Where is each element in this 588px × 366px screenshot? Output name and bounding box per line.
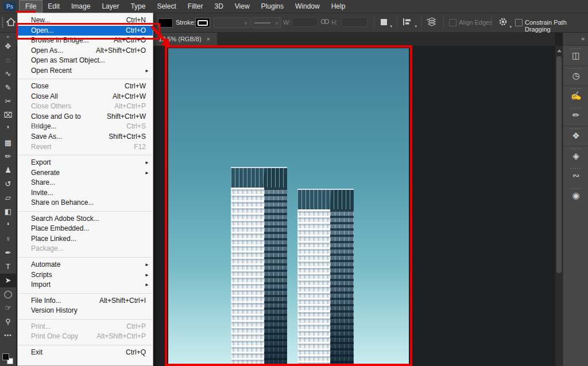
marquee-tool[interactable]: ◌ — [0, 53, 16, 67]
fill-color-swatch[interactable] — [158, 18, 173, 28]
tower-right-glass-top — [297, 189, 354, 209]
eraser-tool[interactable]: ▱ — [0, 191, 16, 205]
channels-panel-button[interactable]: ◉ — [563, 186, 588, 206]
chevron-down-icon: ▾ — [390, 24, 392, 29]
toolbar-tools: ✥◌∿✎✂⌧❜▩✏♟↺▱◧❛♀✒T➤◯☞⚲ — [0, 40, 16, 329]
menubar-item-window[interactable]: Window — [289, 1, 326, 12]
file-menu-item-save-as[interactable]: Save As...Shift+Ctrl+S — [18, 132, 153, 142]
crop-tool[interactable]: ✂ — [0, 95, 16, 108]
menubar-item-layer[interactable]: Layer — [96, 1, 125, 12]
gradient-tool[interactable]: ◧ — [0, 205, 16, 219]
file-menu-item-place-linked[interactable]: Place Linked... — [18, 234, 153, 244]
type-tool[interactable]: T — [0, 260, 16, 274]
submenu-arrow-icon: ► — [145, 168, 149, 178]
hand-tool[interactable]: ☞ — [0, 301, 16, 315]
edit-toolbar-icon[interactable]: ••• — [0, 332, 16, 338]
path-operations-button[interactable]: ▾ — [380, 18, 389, 27]
home-icon[interactable] — [6, 18, 16, 26]
blur-tool[interactable]: ❛ — [0, 219, 16, 232]
menu-item-label: File Info... — [31, 296, 61, 306]
layers-panel-button[interactable]: ◈ — [563, 146, 588, 166]
menubar-item-3d[interactable]: 3D — [208, 1, 229, 12]
dodge-tool[interactable]: ♀ — [0, 232, 16, 246]
swatches-panel-button[interactable]: ❖ — [563, 126, 588, 146]
toolbar-collapse-icon[interactable]: » — [0, 32, 16, 40]
gear-icon[interactable]: ▾ — [498, 17, 509, 28]
width-label: W: — [283, 19, 291, 26]
file-menu-item-automate[interactable]: Automate► — [18, 260, 153, 270]
file-menu-item-open[interactable]: Open...Ctrl+O — [18, 26, 153, 36]
file-menu-item-search-adobe-stock[interactable]: Search Adobe Stock... — [18, 214, 153, 224]
history-brush-tool[interactable]: ↺ — [0, 177, 16, 191]
file-menu-item-open-as-smart-object[interactable]: Open as Smart Object... — [18, 56, 153, 66]
menubar-item-select[interactable]: Select — [151, 1, 181, 12]
stroke-color-swatch[interactable] — [195, 18, 210, 28]
menu-item-label: Open As... — [31, 46, 63, 56]
path-selection-tool[interactable]: ➤ — [0, 274, 16, 287]
constrain-path-dragging-checkbox[interactable] — [515, 19, 523, 26]
frame-tool[interactable]: ⌧ — [0, 108, 16, 122]
menubar-item-filter[interactable]: Filter — [182, 1, 209, 12]
file-menu-item-place-embedded[interactable]: Place Embedded... — [18, 224, 153, 234]
color-swatches[interactable] — [2, 353, 14, 364]
clone-stamp-tool[interactable]: ♟ — [0, 163, 16, 177]
file-menu-item-exit[interactable]: ExitCtrl+Q — [18, 348, 153, 358]
lasso-tool[interactable]: ∿ — [0, 67, 16, 81]
scroll-up-arrow-icon[interactable] — [557, 49, 562, 52]
menu-item-label: Print One Copy — [31, 332, 78, 342]
menu-item-label: Print... — [31, 322, 51, 332]
file-menu-item-generate[interactable]: Generate► — [18, 168, 153, 178]
path-alignment-button[interactable]: ▾ — [403, 18, 414, 27]
file-menu-item-close-all[interactable]: Close AllAlt+Ctrl+W — [18, 92, 153, 102]
menu-item-label: New... — [31, 15, 50, 26]
history-panel-button[interactable]: ◷ — [563, 65, 588, 85]
menubar-item-file[interactable]: File — [20, 1, 42, 12]
pen-tool[interactable]: ✒ — [0, 246, 16, 260]
menubar-item-plugins[interactable]: Plugins — [256, 1, 289, 12]
vertical-scrollbar[interactable] — [555, 46, 563, 366]
tower-left-side-face — [264, 188, 287, 364]
menu-item-label: Browse in Bridge... — [31, 36, 89, 46]
file-menu-item-close-and-go-to-bridge[interactable]: Close and Go to Bridge...Shift+Ctrl+W — [18, 112, 153, 122]
scrollbar-thumb[interactable] — [556, 56, 562, 273]
panel-grip-dots — [570, 88, 582, 89]
brush-tool[interactable]: ✏ — [0, 150, 16, 163]
menubar-item-view[interactable]: View — [229, 1, 256, 12]
file-menu-item-close[interactable]: CloseCtrl+W — [18, 81, 153, 92]
document-canvas[interactable] — [168, 48, 409, 364]
menubar-item-edit[interactable]: Edit — [42, 1, 65, 12]
file-menu-item-scripts[interactable]: Scripts► — [18, 270, 153, 281]
menubar-item-image[interactable]: Image — [65, 1, 96, 12]
gradient-tool-icon: ◧ — [5, 207, 11, 216]
stroke-label: Stroke: — [176, 19, 196, 26]
tab-close-icon[interactable]: × — [207, 36, 210, 42]
file-menu-item-new[interactable]: New...Ctrl+N — [18, 15, 153, 26]
menubar-item-type[interactable]: Type — [125, 1, 151, 12]
ellipse-tool[interactable]: ◯ — [0, 287, 16, 301]
eyedropper-tool[interactable]: ❜ — [0, 122, 16, 136]
brushes-panel-button[interactable]: ✏ — [563, 106, 588, 126]
dock-expand-icon[interactable]: « — [581, 36, 585, 42]
zoom-tool[interactable]: ⚲ — [0, 315, 16, 329]
menu-separator — [18, 208, 152, 212]
file-menu-item-open-recent[interactable]: Open Recent► — [18, 66, 153, 76]
foreground-color-swatch[interactable] — [2, 353, 9, 360]
quick-selection-tool[interactable]: ✎ — [0, 81, 16, 95]
move-tool[interactable]: ✥ — [0, 40, 16, 53]
file-menu-item-version-history[interactable]: Version History — [18, 306, 153, 316]
menu-item-label: Open as Smart Object... — [31, 56, 105, 66]
file-menu-item-share[interactable]: Share... — [18, 178, 153, 188]
healing-brush-tool[interactable]: ▩ — [0, 136, 16, 150]
file-menu-item-invite[interactable]: Invite... — [18, 188, 153, 198]
file-menu-item-import[interactable]: Import► — [18, 280, 153, 290]
menubar-item-help[interactable]: Help — [326, 1, 351, 12]
path-arrangement-button[interactable]: + — [426, 17, 439, 28]
file-menu-item-file-info[interactable]: File Info...Alt+Shift+Ctrl+I — [18, 296, 153, 306]
file-menu-item-open-as[interactable]: Open As...Alt+Shift+Ctrl+O — [18, 46, 153, 56]
paths-panel-button[interactable]: ∾ — [563, 166, 588, 186]
file-menu-item-share-on-behance[interactable]: Share on Behance... — [18, 198, 153, 208]
brush-settings-panel-button[interactable]: ✍ — [563, 85, 588, 106]
file-menu-item-browse-in-bridge[interactable]: Browse in Bridge...Alt+Ctrl+O — [18, 36, 153, 46]
file-menu-item-export[interactable]: Export► — [18, 158, 153, 168]
version-history-panel-button[interactable]: ◫ — [563, 45, 588, 65]
